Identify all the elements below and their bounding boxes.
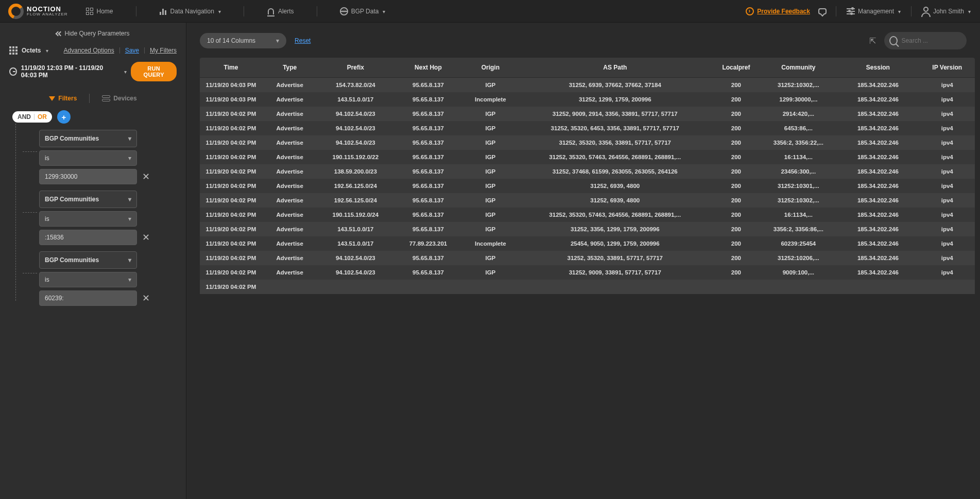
table-header-cell[interactable]: Next Hop xyxy=(393,58,462,78)
or-option: OR xyxy=(38,113,47,121)
save-link[interactable]: Save xyxy=(125,47,139,54)
chevron-down-icon[interactable] xyxy=(45,47,48,54)
table-cell: 2914:420,... xyxy=(760,107,836,121)
filter-group-1: BGP Communities ▾ is ▾ :15836 ✕ xyxy=(23,191,181,245)
qp-links: Advanced Options Save My Filters xyxy=(64,47,177,54)
filter-value-input[interactable]: 60239: xyxy=(39,290,137,306)
nav-user-label: John Smith xyxy=(933,8,964,15)
table-cell: IGP xyxy=(463,121,519,135)
table-row[interactable]: 11/19/20 04:02 PMAdvertise190.115.192.0/… xyxy=(200,150,975,164)
table-row[interactable]: 11/19/20 04:03 PMAdvertise154.73.82.0/24… xyxy=(200,78,975,93)
table-header-cell[interactable]: IP Version xyxy=(920,58,975,78)
table-row[interactable]: 11/19/20 04:02 PMAdvertise94.102.54.0/23… xyxy=(200,265,975,280)
remove-filter-button[interactable]: ✕ xyxy=(142,232,150,243)
table-cell xyxy=(317,280,393,294)
table-cell: Incomplete xyxy=(463,92,519,107)
chevron-down-icon[interactable] xyxy=(123,68,127,75)
logo-icon xyxy=(8,4,24,19)
table-cell: 94.102.54.0/23 xyxy=(317,135,393,150)
table-cell: 200 xyxy=(712,222,760,236)
filter-value-text: 60239: xyxy=(45,295,64,302)
table-cell: 11/19/20 04:02 PM xyxy=(200,208,262,222)
table-cell: 16:1134,... xyxy=(760,150,836,164)
table-header-cell[interactable]: Community xyxy=(760,58,836,78)
table-cell: 200 xyxy=(712,121,760,135)
table-cell: 200 xyxy=(712,78,760,93)
filter-operator-select[interactable]: is ▾ xyxy=(39,150,137,166)
table-cell: 185.34.202.246 xyxy=(836,150,919,164)
and-or-toggle[interactable]: AND OR xyxy=(12,111,52,123)
remove-filter-button[interactable]: ✕ xyxy=(142,171,150,182)
nav-user[interactable]: John Smith xyxy=(921,5,972,18)
table-header-cell[interactable]: Prefix xyxy=(317,58,393,78)
nav-home[interactable]: Home xyxy=(84,5,114,18)
table-row[interactable]: 11/19/20 04:02 PMAdvertise190.115.192.0/… xyxy=(200,208,975,222)
table-cell: Advertise xyxy=(262,222,318,236)
table-cell: 3356:2, 3356:22,... xyxy=(760,135,836,150)
table-row[interactable]: 11/19/20 04:02 PM xyxy=(200,280,975,294)
filter-block: BGP Communities ▾ is ▾ 1299:30000 ✕ BGP … xyxy=(5,130,181,306)
table-cell: 95.65.8.137 xyxy=(393,208,462,222)
globe-icon xyxy=(340,7,348,15)
table-cell: ipv4 xyxy=(920,193,975,208)
table-cell: 11/19/20 04:02 PM xyxy=(200,121,262,135)
logo-text: NOCTION FLOW ANALYZER xyxy=(27,6,68,16)
my-filters-link[interactable]: My Filters xyxy=(150,47,177,54)
table-row[interactable]: 11/19/20 04:03 PMAdvertise143.51.0.0/179… xyxy=(200,92,975,107)
table-header-cell[interactable]: Origin xyxy=(463,58,519,78)
search-icon xyxy=(889,36,898,45)
table-cell: ipv4 xyxy=(920,179,975,193)
bell-icon xyxy=(267,7,275,15)
provide-feedback-link[interactable]: Provide Feedback xyxy=(746,7,810,15)
results-table-wrap[interactable]: TimeTypePrefixNext HopOriginAS PathLocal… xyxy=(200,58,975,499)
table-cell: 11/19/20 04:03 PM xyxy=(200,78,262,93)
nav-bgp-data[interactable]: BGP Data xyxy=(339,5,387,18)
table-cell: 185.34.202.246 xyxy=(836,179,919,193)
table-row[interactable]: 11/19/20 04:02 PMAdvertise94.102.54.0/23… xyxy=(200,251,975,265)
filter-value-input[interactable]: :15836 xyxy=(39,230,137,245)
table-row[interactable]: 11/19/20 04:02 PMAdvertise192.56.125.0/2… xyxy=(200,193,975,208)
table-row[interactable]: 11/19/20 04:02 PMAdvertise94.102.54.0/23… xyxy=(200,135,975,150)
table-cell: 31252:10301,... xyxy=(760,179,836,193)
export-icon[interactable]: ⇱ xyxy=(869,36,876,46)
add-filter-button[interactable]: + xyxy=(57,110,71,124)
run-query-button[interactable]: RUN QUERY xyxy=(131,62,177,81)
table-cell: 200 xyxy=(712,179,760,193)
table-row[interactable]: 11/19/20 04:02 PMAdvertise192.56.125.0/2… xyxy=(200,179,975,193)
remove-filter-button[interactable]: ✕ xyxy=(142,292,150,304)
filter-operator-select[interactable]: is ▾ xyxy=(39,211,137,227)
hide-query-parameters[interactable]: Hide Query Parameters xyxy=(5,30,181,37)
filter-operator-select[interactable]: is ▾ xyxy=(39,272,137,287)
nav-separator xyxy=(836,6,836,16)
advanced-options-link[interactable]: Advanced Options xyxy=(64,47,114,54)
table-cell xyxy=(393,280,462,294)
tab-filters[interactable]: Filters xyxy=(49,95,77,102)
nav-data-navigation[interactable]: Data Navigation xyxy=(158,5,222,18)
table-header-cell[interactable]: AS Path xyxy=(518,58,712,78)
chat-icon[interactable] xyxy=(818,7,827,15)
table-header-cell[interactable]: Type xyxy=(262,58,318,78)
search-input[interactable] xyxy=(902,37,959,44)
reset-link[interactable]: Reset xyxy=(295,37,311,44)
timerange-value[interactable]: 11/19/20 12:03 PM - 11/19/20 04:03 PM xyxy=(21,64,119,79)
home-icon xyxy=(85,7,94,15)
filter-field-select[interactable]: BGP Communities ▾ xyxy=(39,130,137,147)
nav-management[interactable]: Management xyxy=(846,5,902,18)
table-header-cell[interactable]: Session xyxy=(836,58,919,78)
table-row[interactable]: 11/19/20 04:02 PMAdvertise94.102.54.0/23… xyxy=(200,121,975,135)
table-row[interactable]: 11/19/20 04:02 PMAdvertise143.51.0.0/177… xyxy=(200,236,975,251)
table-row[interactable]: 11/19/20 04:02 PMAdvertise94.102.54.0/23… xyxy=(200,107,975,121)
columns-dropdown[interactable]: 10 of 14 Columns ▾ xyxy=(200,33,286,48)
table-row[interactable]: 11/19/20 04:02 PMAdvertise143.51.0.0/179… xyxy=(200,222,975,236)
nav-alerts[interactable]: Alerts xyxy=(266,5,295,18)
filter-value-input[interactable]: 1299:30000 xyxy=(39,169,137,184)
filter-field-select[interactable]: BGP Communities ▾ xyxy=(39,251,137,269)
table-row[interactable]: 11/19/20 04:02 PMAdvertise138.59.200.0/2… xyxy=(200,164,975,179)
filter-field-select[interactable]: BGP Communities ▾ xyxy=(39,191,137,208)
tab-devices[interactable]: Devices xyxy=(102,95,136,102)
table-cell: 31252:10302,... xyxy=(760,78,836,93)
table-header-cell[interactable]: Localpref xyxy=(712,58,760,78)
table-header-cell[interactable]: Time xyxy=(200,58,262,78)
table-cell: Advertise xyxy=(262,107,318,121)
search-box[interactable] xyxy=(884,32,967,49)
